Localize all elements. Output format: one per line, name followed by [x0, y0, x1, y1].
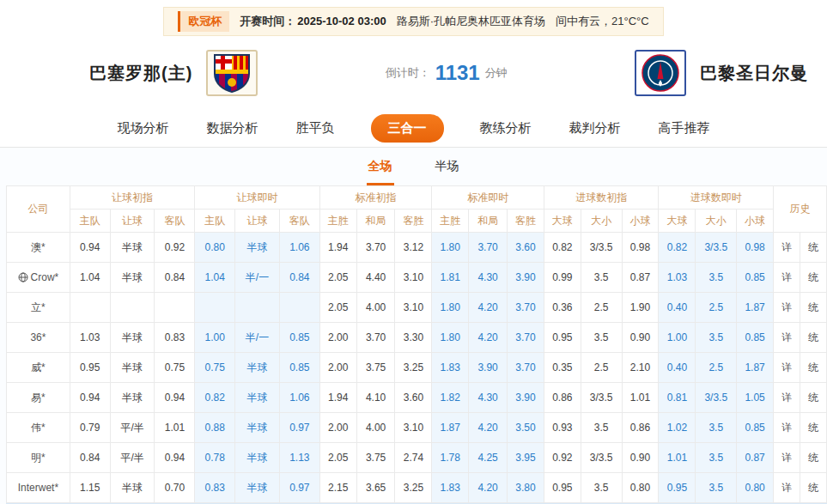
odds-cell-initial: 4.00	[356, 413, 395, 443]
odds-cell-live	[279, 293, 319, 323]
stats-link[interactable]: 统	[800, 473, 826, 503]
odds-sub-header: 大小	[581, 209, 622, 233]
odds-cell-initial: 3.75	[356, 353, 395, 383]
psg-crest-icon	[641, 53, 680, 93]
odds-cell-live: 4.30	[469, 263, 508, 293]
odds-table-head: 公司让球初指让球即时标准初指标准即时进球数初指进球数即时历史主队让球客队主队让球…	[7, 186, 827, 233]
period-tab[interactable]: 全场	[367, 157, 394, 185]
detail-link[interactable]: 详	[774, 353, 800, 383]
odds-sub-header: 主胜	[319, 209, 356, 233]
odds-cell-live: 4.30	[469, 383, 508, 413]
odds-cell-initial: 3.12	[395, 233, 432, 263]
odds-cell-initial: 3.5	[581, 323, 622, 353]
odds-sub-header: 小球	[737, 209, 774, 233]
odds-cell-live: 1.13	[279, 443, 319, 473]
nav-tab[interactable]: 数据分析	[205, 115, 260, 142]
stats-link[interactable]: 统	[800, 263, 826, 293]
odds-cell-live: 1.03	[659, 263, 696, 293]
stats-link[interactable]: 统	[800, 443, 826, 473]
history-column-header: 历史	[774, 186, 827, 233]
odds-cell-initial: 半球	[110, 263, 155, 293]
odds-cell-initial: 1.01	[155, 413, 195, 443]
odds-group-header: 让球初指	[70, 186, 194, 209]
odds-group-header: 标准即时	[432, 186, 544, 209]
detail-link[interactable]: 详	[774, 233, 800, 263]
stats-link[interactable]: 统	[800, 293, 826, 323]
countdown: 倒计时： 1131 分钟	[258, 61, 635, 85]
odds-cell-live: 3.5	[696, 263, 737, 293]
nav-tab[interactable]: 教练分析	[478, 115, 533, 142]
detail-link[interactable]: 详	[774, 413, 800, 443]
detail-link[interactable]: 详	[774, 383, 800, 413]
odds-cell-initial: 0.93	[544, 413, 581, 443]
odds-cell-live: 3.90	[508, 383, 544, 413]
odds-cell-live: 半球	[235, 383, 280, 413]
odds-cell-live: 3.70	[508, 353, 544, 383]
odds-cell-initial: 3.10	[395, 293, 432, 323]
odds-cell-initial: 0.79	[70, 413, 110, 443]
odds-cell-live: 3.95	[508, 443, 544, 473]
period-tab[interactable]: 半场	[434, 157, 461, 185]
odds-cell-live: 半球	[235, 233, 280, 263]
stats-link[interactable]: 统	[800, 233, 826, 263]
odds-cell-live: 1.82	[432, 383, 469, 413]
odds-cell-live: 1.78	[432, 443, 469, 473]
company-name: Interwet*	[7, 473, 70, 503]
stats-link[interactable]: 统	[800, 323, 826, 353]
detail-link[interactable]: 详	[774, 293, 800, 323]
odds-group-header: 进球数即时	[659, 186, 774, 209]
countdown-value: 1131	[435, 61, 480, 85]
detail-link[interactable]: 详	[774, 443, 800, 473]
odds-cell-initial: 0.36	[544, 293, 581, 323]
teams-header: 巴塞罗那(主)	[0, 36, 827, 110]
odds-cell-initial: 1.15	[70, 473, 110, 503]
nav-tab[interactable]: 裁判分析	[568, 115, 623, 142]
odds-row: 澳*0.94半球0.920.80半球1.061.943.703.121.803.…	[7, 233, 827, 263]
detail-link[interactable]: 详	[774, 323, 800, 353]
odds-cell-initial: 3.65	[356, 473, 395, 503]
stats-link[interactable]: 统	[800, 353, 826, 383]
odds-cell-initial: 0.83	[155, 323, 195, 353]
odds-cell-initial: 0.95	[544, 323, 581, 353]
odds-cell-live: 半球	[235, 473, 280, 503]
odds-cell-initial: 平/半	[110, 413, 155, 443]
odds-cell-live: 1.87	[737, 293, 774, 323]
away-team-name: 巴黎圣日尔曼	[700, 62, 808, 85]
odds-cell-live: 1.83	[432, 353, 469, 383]
countdown-label: 倒计时：	[386, 65, 430, 81]
odds-cell-initial: 平/半	[110, 443, 155, 473]
odds-cell-live: 0.97	[279, 473, 319, 503]
nav-tab[interactable]: 高手推荐	[657, 115, 712, 142]
countdown-unit: 分钟	[485, 65, 508, 81]
nav-tab[interactable]: 胜平负	[295, 115, 337, 142]
period-tabs: 全场半场	[0, 148, 827, 185]
stats-link[interactable]: 统	[800, 383, 826, 413]
detail-link[interactable]: 详	[774, 473, 800, 503]
odds-cell-live: 4.20	[469, 323, 508, 353]
company-name: 威*	[7, 353, 70, 383]
odds-table: 公司让球初指让球即时标准初指标准即时进球数初指进球数即时历史主队让球客队主队让球…	[6, 185, 827, 504]
nav-tab[interactable]: 三合一	[371, 114, 444, 143]
odds-cell-initial: 2.5	[581, 293, 622, 323]
odds-cell-live: 1.05	[737, 383, 774, 413]
odds-cell-initial	[110, 293, 155, 323]
odds-cell-initial: 半球	[110, 323, 155, 353]
odds-cell-live: 3/3.5	[696, 383, 737, 413]
odds-sub-header: 让球	[110, 209, 155, 233]
odds-row: 易*0.94半球0.940.82半球1.061.944.103.601.824.…	[7, 383, 827, 413]
odds-cell-live: 0.80	[195, 233, 235, 263]
odds-cell-live: 2.5	[696, 353, 737, 383]
odds-cell-initial: 3.75	[356, 443, 395, 473]
globe-icon	[18, 272, 28, 282]
odds-cell-initial: 2.00	[319, 353, 356, 383]
odds-cell-initial: 半球	[110, 233, 155, 263]
odds-cell-live: 3.70	[469, 233, 508, 263]
odds-cell-live: 1.00	[659, 323, 696, 353]
odds-cell-live: 4.20	[469, 413, 508, 443]
odds-row: Crow*1.04半球0.841.04半/一0.842.054.403.101.…	[7, 263, 827, 293]
company-name: 36*	[7, 323, 70, 353]
detail-link[interactable]: 详	[774, 263, 800, 293]
stats-link[interactable]: 统	[800, 413, 826, 443]
nav-tab[interactable]: 现场分析	[116, 115, 171, 142]
odds-cell-live: 3/3.5	[696, 233, 737, 263]
